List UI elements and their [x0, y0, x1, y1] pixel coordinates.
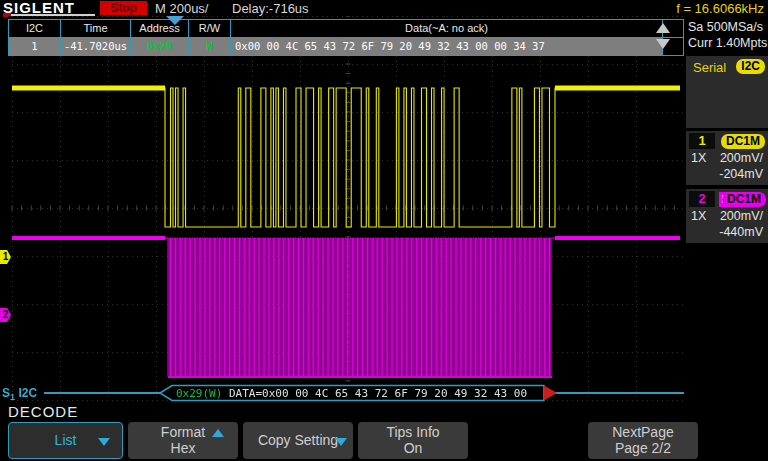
ch2-scale: 200mV/	[720, 209, 763, 223]
menu-title: DECODE	[8, 403, 78, 420]
decoded-address: 0x29(W)	[176, 387, 222, 400]
format-button[interactable]: Format Hex	[128, 422, 238, 459]
cell-rw: W	[189, 38, 231, 55]
bus-source-label[interactable]: S1 I2C	[2, 386, 37, 402]
scroll-down-icon[interactable]	[656, 39, 670, 49]
tips-info-button[interactable]: Tips Info On	[358, 422, 468, 459]
bottom-menu-bar: DECODE List Format Hex Copy Setting Tips…	[0, 402, 768, 461]
acquisition-info: Sa 500MSa/s Curr 1.40Mpts	[686, 17, 768, 51]
cell-time: -41.7020us	[61, 38, 131, 55]
ch2-probe: 1X	[691, 209, 706, 223]
memory-depth: Curr 1.40Mpts	[688, 35, 768, 51]
chevron-down-icon	[98, 438, 110, 446]
timebase-readout[interactable]: M 200us/	[155, 1, 208, 16]
scroll-up-icon[interactable]	[656, 23, 670, 33]
trigger-delay-readout[interactable]: Delay:-716us	[232, 1, 309, 16]
decode-table-row[interactable]: 1 -41.7020us 0x29 W 0x00 00 4C 65 43 72 …	[9, 38, 683, 55]
chevron-up-icon	[212, 429, 224, 437]
decode-list-table: I2C Time Address R/W Data(~A: no ack) 1 …	[8, 19, 684, 56]
next-page-button[interactable]: NextPage Page 2/2	[588, 422, 698, 459]
decode-table-header: I2C Time Address R/W Data(~A: no ack)	[9, 20, 683, 38]
trigger-status-badge[interactable]: Stop	[100, 1, 147, 15]
ch1-offset: -204mV	[719, 167, 763, 181]
ch1-panel[interactable]: 1 DC1M 1X 200mV/ -204mV	[686, 131, 768, 185]
col-header-i2c: I2C	[9, 20, 61, 37]
ch2-panel[interactable]: 2 B DC1M 1X 200mV/ -440mV	[686, 189, 768, 243]
ch1-coupling-badge: DC1M	[721, 134, 765, 149]
decode-bus-row: S1 I2C 0x29(W) DATA=0x00 00 4C 65 43 72 …	[0, 384, 690, 402]
cell-index: 1	[9, 38, 61, 55]
serial-bus-badge: I2C	[736, 59, 765, 74]
ch2-offset: -440mV	[719, 225, 763, 239]
ch2-number: 2	[689, 191, 715, 207]
brand-logo: SIGLENT	[3, 0, 75, 15]
ch2-coupling-badge: DC1M	[722, 192, 766, 207]
sample-rate: Sa 500MSa/s	[688, 19, 768, 35]
copy-setting-button[interactable]: Copy Setting	[243, 422, 353, 459]
col-header-data: Data(~A: no ack)	[231, 20, 663, 37]
ch1-number: 1	[689, 133, 715, 149]
oscilloscope-screen: SIGLENT Stop M 200us/ Delay:-716us f = 1…	[0, 0, 768, 461]
ch1-probe: 1X	[691, 151, 706, 165]
right-sidebar: Sa 500MSa/s Curr 1.40Mpts Serial I2C 1 D…	[686, 17, 768, 385]
ch1-scale: 200mV/	[720, 151, 763, 165]
list-button[interactable]: List	[8, 422, 123, 459]
waveform-display[interactable]	[8, 16, 684, 402]
serial-panel[interactable]: Serial I2C	[686, 56, 768, 128]
col-header-rw: R/W	[189, 20, 231, 37]
col-header-time: Time	[61, 20, 131, 37]
frequency-counter: f = 16.6066kHz	[676, 1, 764, 16]
top-status-bar: SIGLENT Stop M 200us/ Delay:-716us f = 1…	[0, 0, 768, 17]
decoded-data: DATA=0x00 00 4C 65 43 72 6F 79 20 49 32 …	[229, 387, 527, 400]
decoded-frame-text: 0x29(W) DATA=0x00 00 4C 65 43 72 6F 79 2…	[176, 387, 527, 400]
serial-label: Serial	[693, 60, 726, 75]
chevron-down-icon	[335, 438, 347, 446]
cell-address: 0x29	[131, 38, 189, 55]
trigger-position-icon[interactable]	[166, 16, 184, 25]
cell-data: 0x00 00 4C 65 43 72 6F 79 20 49 32 43 00…	[231, 38, 663, 55]
